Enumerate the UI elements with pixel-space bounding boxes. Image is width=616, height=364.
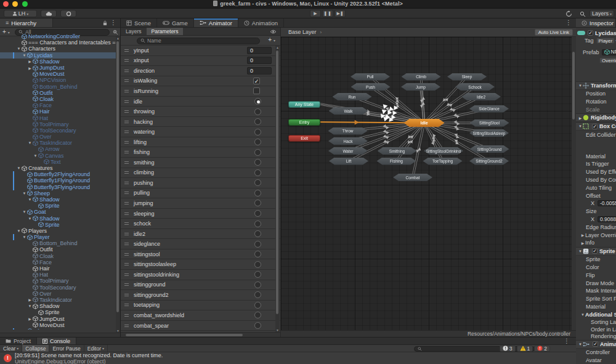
state-node-lift[interactable]: Lift bbox=[329, 158, 368, 165]
hierarchy-item-face[interactable]: Face bbox=[0, 102, 121, 108]
step-button[interactable]: ▶❚ bbox=[334, 10, 346, 17]
parameter-trigger[interactable] bbox=[254, 179, 261, 186]
foldout-icon[interactable]: ▶ bbox=[27, 297, 33, 302]
parameter-row-sittingstool[interactable]: sittingstool bbox=[121, 249, 280, 260]
foldout-icon[interactable]: ▼ bbox=[578, 124, 583, 128]
undo-history-button[interactable] bbox=[565, 10, 572, 17]
layers-dropdown[interactable]: Layers▾ bbox=[590, 10, 614, 17]
component-header-animator[interactable]: ▼✓Animator bbox=[576, 340, 616, 349]
drag-handle-icon[interactable] bbox=[124, 151, 129, 153]
hierarchy-item-shadow[interactable]: ▶Shadow bbox=[0, 59, 121, 65]
drag-handle-icon[interactable] bbox=[124, 253, 129, 256]
warning-count-toggle[interactable]: 1 bbox=[517, 346, 533, 352]
drag-handle-icon[interactable] bbox=[124, 121, 129, 123]
tag-dropdown[interactable]: Player bbox=[596, 38, 615, 44]
component-header-sprite-renderer[interactable]: ▼✓Sprite Renderer bbox=[576, 247, 616, 256]
foldout-additional-settings[interactable]: ▼Additional Settings bbox=[576, 310, 616, 318]
drag-handle-icon[interactable] bbox=[124, 90, 129, 92]
parameter-trigger[interactable] bbox=[254, 118, 261, 125]
console-menu-icon[interactable]: ⋮ bbox=[564, 338, 570, 344]
hierarchy-item-shadow[interactable]: ▼Shadow bbox=[0, 196, 121, 203]
property-edit-collider[interactable]: Edit Collider bbox=[576, 131, 616, 139]
drag-handle-icon[interactable] bbox=[124, 192, 129, 194]
foldout-icon[interactable]: ▼ bbox=[27, 141, 33, 145]
parameter-row-schock[interactable]: schock bbox=[121, 219, 280, 229]
hierarchy-item-toolsecondary[interactable]: ToolSecondary bbox=[0, 127, 121, 134]
parameter-row-sittingground2[interactable]: sittingground2 bbox=[121, 290, 280, 301]
hierarchy-menu-icon[interactable]: ⋮ bbox=[110, 20, 116, 26]
parameter-trigger[interactable] bbox=[254, 281, 261, 288]
hierarchy-hscrollbar[interactable] bbox=[0, 333, 121, 337]
state-node-smithing[interactable]: Smithing bbox=[378, 147, 417, 155]
property-color[interactable]: Color bbox=[576, 264, 616, 272]
property-used-by-composite[interactable]: Used By Composite bbox=[576, 176, 616, 184]
drag-handle-icon[interactable] bbox=[124, 79, 129, 82]
add-parameter-button[interactable]: + ▾ bbox=[268, 36, 275, 43]
drag-handle-icon[interactable] bbox=[124, 59, 129, 62]
parameter-trigger[interactable] bbox=[254, 261, 261, 268]
parameter-checkbox[interactable]: ✓ bbox=[253, 78, 260, 84]
parameter-row-sittingstoolasleep[interactable]: sittingstoolasleep bbox=[121, 259, 280, 270]
component-checkbox[interactable]: ✓ bbox=[592, 124, 598, 129]
state-node-schock[interactable]: Schock bbox=[455, 83, 495, 91]
component-header-rigidbody-2d[interactable]: ▶Rigidbody 2D bbox=[576, 113, 616, 122]
hierarchy-item-hat[interactable]: Hat bbox=[0, 272, 121, 278]
drag-handle-icon[interactable] bbox=[124, 182, 129, 184]
parameter-trigger[interactable] bbox=[254, 322, 261, 329]
state-node-toetapping[interactable]: ToeTapping bbox=[423, 158, 463, 165]
breadcrumb[interactable]: Base Layer bbox=[288, 29, 317, 35]
drag-handle-icon[interactable] bbox=[124, 325, 129, 327]
hierarchy-item-shadow[interactable]: ▼Shadow bbox=[0, 215, 121, 221]
property-is-trigger[interactable]: Is Trigger bbox=[576, 160, 616, 168]
hierarchy-item-toolsecondary[interactable]: ToolSecondary bbox=[0, 285, 121, 291]
drag-handle-icon[interactable] bbox=[124, 263, 129, 265]
state-node-combat[interactable]: Combat bbox=[393, 174, 432, 181]
hierarchy-item-butterfly3flyingaround[interactable]: Butterfly3FlyingAround› bbox=[0, 184, 121, 190]
parameter-row-throwing[interactable]: throwing bbox=[121, 107, 280, 117]
state-node-water[interactable]: Water bbox=[328, 147, 368, 155]
foldout-icon[interactable]: ▼ bbox=[578, 342, 583, 346]
hierarchy-item-taskindicator[interactable]: ▼TaskIndicator bbox=[0, 140, 121, 146]
hierarchy-item-player[interactable]: ▼Player› bbox=[0, 234, 121, 240]
hierarchy-item-outfit[interactable]: Outfit bbox=[0, 90, 121, 96]
hierarchy-item-text[interactable]: Text bbox=[0, 159, 121, 165]
parameter-row-direction[interactable]: direction0 bbox=[121, 66, 280, 76]
parameter-row-sittingground[interactable]: sittingground bbox=[121, 280, 280, 291]
parameter-trigger[interactable] bbox=[254, 129, 261, 135]
hierarchy-item-hair[interactable]: Hair bbox=[0, 108, 121, 115]
value-field[interactable]: -0.0055 bbox=[598, 200, 616, 206]
hierarchy-item-networkingcontroller[interactable]: NetworkingController bbox=[0, 33, 121, 39]
hierarchy-item-lycidas[interactable]: ▼Lycidas› bbox=[0, 52, 121, 59]
hierarchy-item-sprite[interactable]: Sprite bbox=[0, 309, 121, 315]
hierarchy-item-goat[interactable]: ▼Goat› bbox=[0, 209, 121, 215]
hierarchy-item-arrow[interactable]: Arrow bbox=[0, 146, 121, 152]
tab-layers[interactable]: Layers bbox=[121, 28, 147, 35]
foldout-icon[interactable]: ▼ bbox=[22, 210, 27, 214]
property-material[interactable]: Material bbox=[576, 303, 616, 311]
animator-menu-icon[interactable]: ⋮ bbox=[565, 20, 572, 26]
hierarchy-item-face[interactable]: Face bbox=[0, 259, 121, 265]
drag-handle-icon[interactable] bbox=[124, 283, 129, 286]
drag-handle-icon[interactable] bbox=[124, 304, 129, 306]
hierarchy-item-bottom-behind[interactable]: Bottom_Behind bbox=[0, 84, 121, 90]
parameter-row-combat_swordshield[interactable]: combat_swordshield bbox=[121, 310, 280, 321]
drag-handle-icon[interactable] bbox=[124, 110, 129, 113]
hierarchy-item-outfit[interactable]: Outfit bbox=[0, 246, 121, 253]
parameter-checkbox[interactable] bbox=[253, 87, 260, 94]
parameter-trigger[interactable] bbox=[254, 149, 261, 156]
parameter-row-fishing[interactable]: fishing bbox=[121, 147, 280, 158]
property-avatar[interactable]: Avatar bbox=[576, 357, 616, 364]
foldout-layer-override[interactable]: ▶Layer Override bbox=[576, 231, 616, 239]
parameter-row-idle2[interactable]: idle2 bbox=[121, 229, 280, 240]
parameter-row-sideglance[interactable]: sideglance bbox=[121, 239, 280, 249]
foldout-icon[interactable]: ▼ bbox=[16, 166, 22, 170]
state-node-push[interactable]: Push bbox=[351, 83, 391, 91]
parameter-row-watering[interactable]: watering bbox=[121, 127, 280, 137]
component-checkbox[interactable]: ✓ bbox=[593, 341, 598, 347]
hierarchy-item-cloak[interactable]: Cloak bbox=[0, 253, 121, 259]
foldout-icon[interactable]: ▼ bbox=[27, 198, 33, 201]
state-node-exit[interactable]: Exit bbox=[288, 135, 320, 142]
hierarchy-item-jumpdust[interactable]: ▶JumpDust bbox=[0, 65, 121, 71]
foldout-icon[interactable]: ▶ bbox=[27, 66, 33, 70]
drag-handle-icon[interactable] bbox=[124, 233, 129, 235]
